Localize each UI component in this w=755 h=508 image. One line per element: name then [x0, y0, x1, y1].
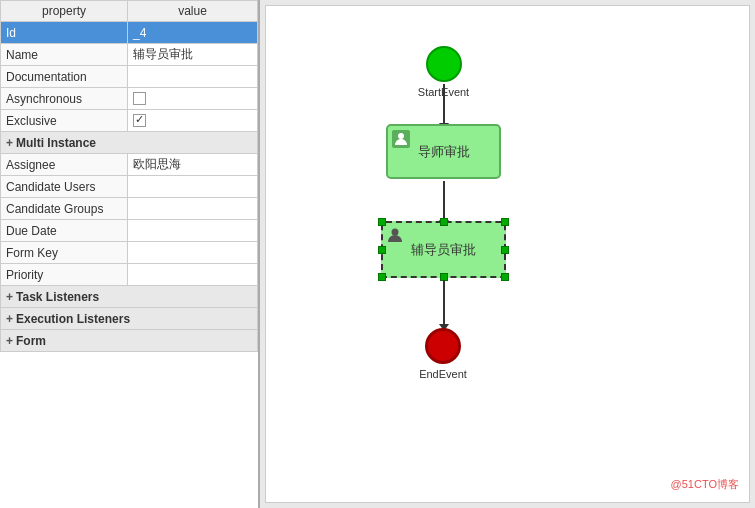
table-row[interactable]: Exclusive: [1, 110, 258, 132]
handle-mid-right[interactable]: [501, 246, 509, 254]
property-label: Name: [1, 44, 128, 66]
value-column-header: value: [128, 1, 258, 22]
end-event-label: EndEvent: [413, 368, 473, 380]
table-row-group[interactable]: +Task Listeners: [1, 286, 258, 308]
handle-bot-left[interactable]: [378, 273, 386, 281]
expand-icon[interactable]: +: [6, 290, 13, 304]
diagram-panel[interactable]: StartEvent 导师审批: [260, 0, 755, 508]
property-label: Candidate Groups: [1, 198, 128, 220]
async-checkbox[interactable]: [133, 92, 146, 105]
property-label: Candidate Users: [1, 176, 128, 198]
task1[interactable]: 导师审批: [386, 124, 501, 179]
task2-label: 辅导员审批: [411, 241, 476, 259]
table-row-group[interactable]: +Form: [1, 330, 258, 352]
property-label: Exclusive: [1, 110, 128, 132]
handle-bot-right[interactable]: [501, 273, 509, 281]
diagram-canvas[interactable]: StartEvent 导师审批: [266, 6, 749, 502]
exclusive-checkbox[interactable]: [133, 114, 146, 127]
table-row[interactable]: Documentation: [1, 66, 258, 88]
expand-icon[interactable]: +: [6, 334, 13, 348]
group-label: +Task Listeners: [1, 286, 258, 308]
table-row[interactable]: Priority: [1, 264, 258, 286]
task1-user-icon: [392, 130, 410, 148]
table-row[interactable]: Name 辅导员审批: [1, 44, 258, 66]
property-column-header: property: [1, 1, 128, 22]
property-label: Assignee: [1, 154, 128, 176]
table-row[interactable]: Asynchronous: [1, 88, 258, 110]
property-label: Form Key: [1, 242, 128, 264]
svg-point-0: [398, 133, 404, 139]
property-label: Documentation: [1, 66, 128, 88]
handle-top-left[interactable]: [378, 218, 386, 226]
property-value: [128, 176, 258, 198]
property-label: Due Date: [1, 220, 128, 242]
svg-point-1: [392, 229, 399, 236]
property-value-exclusive[interactable]: [128, 110, 258, 132]
property-value: [128, 198, 258, 220]
property-label: Asynchronous: [1, 88, 128, 110]
expand-icon[interactable]: +: [6, 136, 13, 150]
group-label: +Form: [1, 330, 258, 352]
end-event[interactable]: [425, 328, 461, 364]
handle-top-mid[interactable]: [440, 218, 448, 226]
property-table: property value Id _4 Name 辅导员审批 Document…: [0, 0, 258, 352]
table-row-group[interactable]: +Multi Instance: [1, 132, 258, 154]
handle-top-right[interactable]: [501, 218, 509, 226]
task2-user-icon: [387, 227, 403, 246]
table-row[interactable]: Assignee 欧阳思海: [1, 154, 258, 176]
watermark: @51CTO博客: [671, 477, 739, 492]
property-value: [128, 66, 258, 88]
task1-label: 导师审批: [418, 143, 470, 161]
group-label: +Multi Instance: [1, 132, 258, 154]
sequence-flow-2: [443, 181, 445, 221]
task2[interactable]: 辅导员审批: [381, 221, 506, 278]
group-label: +Execution Listeners: [1, 308, 258, 330]
table-row[interactable]: Due Date: [1, 220, 258, 242]
table-row[interactable]: Form Key: [1, 242, 258, 264]
expand-icon[interactable]: +: [6, 312, 13, 326]
sequence-flow-3: [443, 280, 445, 325]
property-value: [128, 264, 258, 286]
sequence-flow-1: [443, 84, 445, 124]
property-value: _4: [128, 22, 258, 44]
table-row[interactable]: Candidate Users: [1, 176, 258, 198]
table-row-group[interactable]: +Execution Listeners: [1, 308, 258, 330]
table-row[interactable]: Id _4: [1, 22, 258, 44]
property-value: [128, 220, 258, 242]
handle-mid-left[interactable]: [378, 246, 386, 254]
property-value: [128, 242, 258, 264]
user-icon-svg2: [387, 227, 403, 243]
property-label: Priority: [1, 264, 128, 286]
property-value: 欧阳思海: [128, 154, 258, 176]
property-label: Id: [1, 22, 128, 44]
property-value: 辅导员审批: [128, 44, 258, 66]
user-icon-svg: [394, 132, 408, 146]
start-event[interactable]: [426, 46, 462, 82]
table-row[interactable]: Candidate Groups: [1, 198, 258, 220]
property-panel: property value Id _4 Name 辅导员审批 Document…: [0, 0, 260, 508]
property-value-async[interactable]: [128, 88, 258, 110]
